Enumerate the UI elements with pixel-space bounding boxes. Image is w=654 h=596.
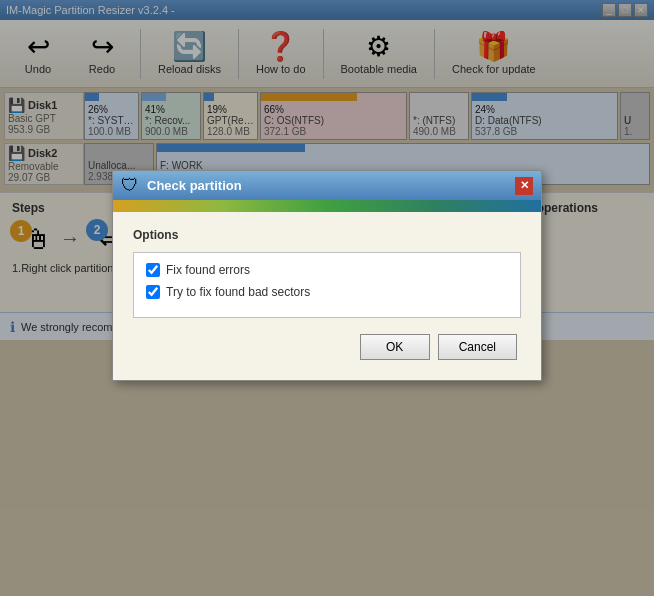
dialog-titlebar: 🛡 Check partition ✕ <box>113 171 541 200</box>
checkbox-row-2: Try to fix found bad sectors <box>146 285 508 299</box>
fix-errors-label: Fix found errors <box>166 263 250 277</box>
dialog-icon: 🛡 <box>121 175 139 196</box>
cancel-button[interactable]: Cancel <box>438 334 517 360</box>
options-box: Fix found errors Try to fix found bad se… <box>133 252 521 318</box>
fix-bad-sectors-label: Try to fix found bad sectors <box>166 285 310 299</box>
fix-errors-checkbox[interactable] <box>146 263 160 277</box>
options-label: Options <box>133 228 521 242</box>
dialog-gradient-bar <box>113 200 541 212</box>
dialog-overlay: 🛡 Check partition ✕ Options Fix found er… <box>0 0 654 596</box>
dialog-close-button[interactable]: ✕ <box>515 177 533 195</box>
dialog-buttons: OK Cancel <box>133 334 521 360</box>
fix-bad-sectors-checkbox[interactable] <box>146 285 160 299</box>
dialog-title-left: 🛡 Check partition <box>121 175 242 196</box>
dialog-body: Options Fix found errors Try to fix foun… <box>113 212 541 380</box>
check-partition-dialog: 🛡 Check partition ✕ Options Fix found er… <box>112 170 542 381</box>
checkbox-row-1: Fix found errors <box>146 263 508 277</box>
dialog-title-text: Check partition <box>147 178 242 193</box>
ok-button[interactable]: OK <box>360 334 430 360</box>
